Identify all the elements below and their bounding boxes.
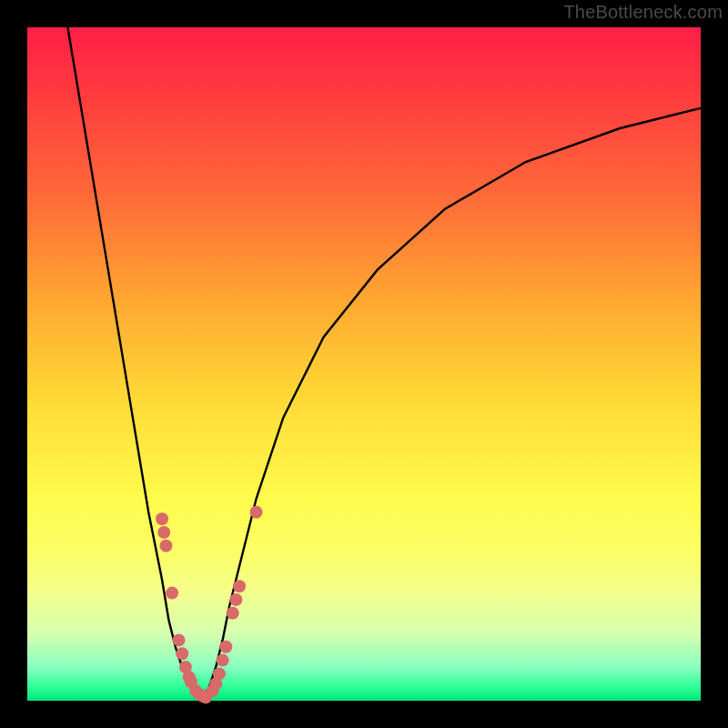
chart-frame: TheBottleneck.com [0,0,728,728]
curve-left [67,27,202,697]
watermark-text: TheBottleneck.com [563,2,723,23]
data-dot [173,633,186,646]
curve-right [202,108,701,698]
data-dot [227,607,239,620]
dots-left [156,512,212,703]
data-dot [176,647,188,660]
data-dot [217,654,229,667]
chart-svg [27,27,701,701]
data-dot [166,587,178,600]
data-dot [233,580,246,592]
data-dot [213,667,226,680]
data-dot [229,593,242,606]
data-dot [156,512,168,525]
data-dot [219,641,232,653]
data-dot [159,540,172,552]
data-dot [250,506,263,519]
data-dot [157,526,170,539]
